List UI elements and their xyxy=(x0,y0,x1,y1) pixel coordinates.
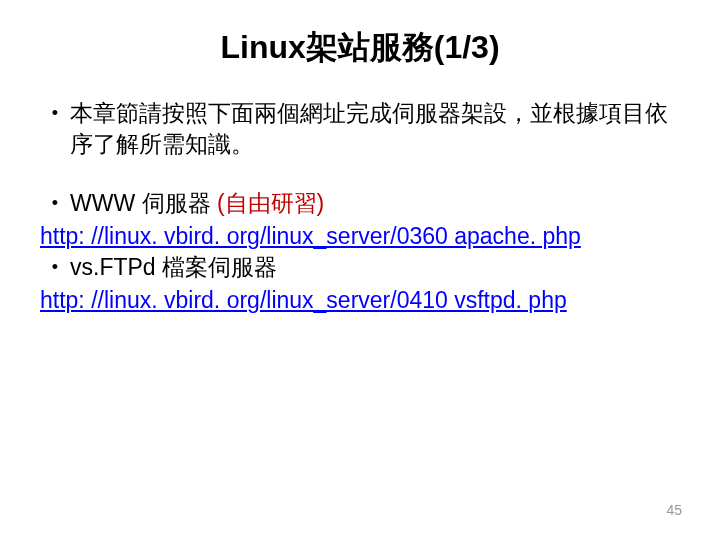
item2-label: vs.FTPd 檔案伺服器 xyxy=(70,252,680,283)
bullet-icon: • xyxy=(40,188,70,219)
intro-bullet: • 本章節請按照下面兩個網址完成伺服器架設，並根據項目依序了解所需知識。 xyxy=(40,98,680,160)
bullet-icon: • xyxy=(40,252,70,283)
item2-bullet: • vs.FTPd 檔案伺服器 xyxy=(40,252,680,283)
item1-note: (自由研習) xyxy=(217,190,324,216)
intro-text: 本章節請按照下面兩個網址完成伺服器架設，並根據項目依序了解所需知識。 xyxy=(70,98,680,160)
bullet-icon: • xyxy=(40,98,70,129)
slide: Linux架站服務(1/3) • 本章節請按照下面兩個網址完成伺服器架設，並根據… xyxy=(0,0,720,540)
page-number: 45 xyxy=(666,502,682,518)
item1-label: WWW 伺服器 xyxy=(70,190,217,216)
item1-bullet: • WWW 伺服器 (自由研習) xyxy=(40,188,680,219)
link1[interactable]: http: //linux. vbird. org/linux_server/0… xyxy=(40,221,680,252)
spacer xyxy=(40,162,680,188)
item1-row: WWW 伺服器 (自由研習) xyxy=(70,188,680,219)
slide-content: • 本章節請按照下面兩個網址完成伺服器架設，並根據項目依序了解所需知識。 • W… xyxy=(40,98,680,316)
slide-title: Linux架站服務(1/3) xyxy=(40,26,680,70)
link2[interactable]: http: //linux. vbird. org/linux_server/0… xyxy=(40,285,680,316)
